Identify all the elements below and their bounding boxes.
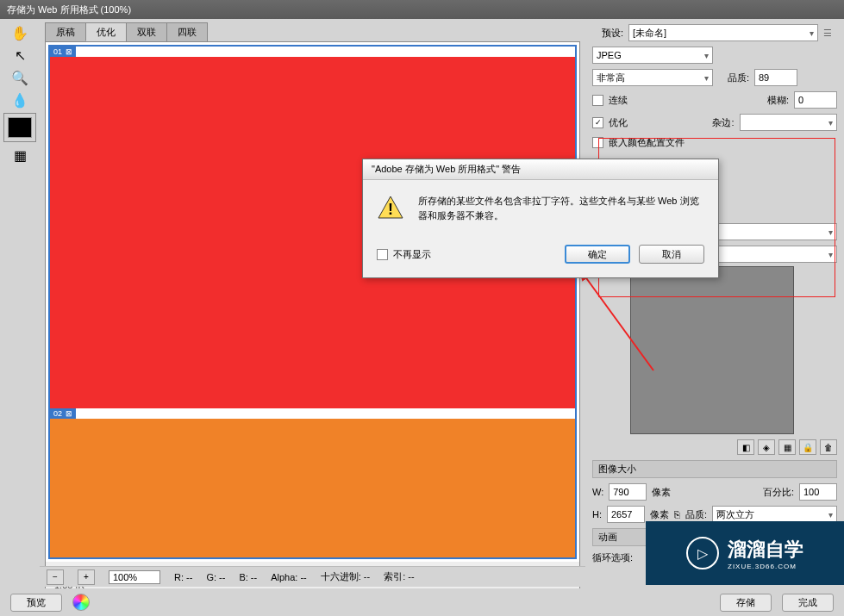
dialog-title: "Adobe 存储为 Web 所用格式" 警告 — [363, 159, 718, 180]
dont-show-checkbox[interactable] — [377, 249, 388, 260]
warning-dialog: "Adobe 存储为 Web 所用格式" 警告 ! 所存储的某些文件名包含非拉丁… — [362, 159, 719, 278]
warning-icon: ! — [377, 194, 404, 221]
dialog-message: 所存储的某些文件名包含非拉丁字符。这些文件名与某些 Web 浏览器和服务器不兼容… — [418, 194, 704, 222]
svg-text:!: ! — [388, 201, 393, 218]
dialog-overlay: "Adobe 存储为 Web 所用格式" 警告 ! 所存储的某些文件名包含非拉丁… — [0, 0, 844, 616]
dialog-ok-button[interactable]: 确定 — [565, 245, 630, 264]
dont-show-label: 不再显示 — [393, 248, 431, 261]
dialog-cancel-button[interactable]: 取消 — [639, 245, 704, 264]
